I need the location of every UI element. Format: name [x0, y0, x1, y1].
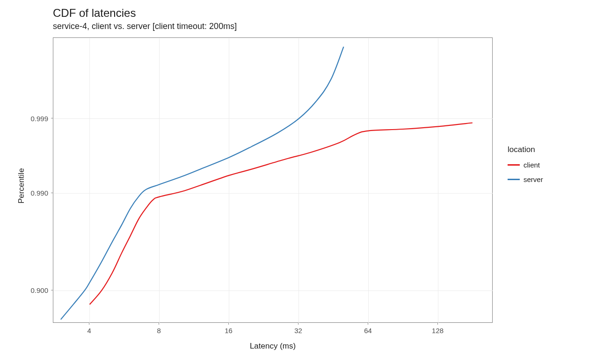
plot-svg [53, 38, 493, 323]
legend-label: server [524, 175, 543, 183]
chart-title: CDF of latencies [53, 7, 237, 20]
x-tick-label: 32 [294, 327, 302, 335]
data-lines [61, 47, 473, 320]
chart-container: CDF of latencies service-4, client vs. s… [0, 0, 589, 364]
legend: location clientserver [508, 145, 543, 190]
y-tick-label: 0.999 [25, 114, 48, 122]
x-tick-label: 4 [87, 327, 91, 335]
legend-item-server: server [508, 175, 543, 183]
legend-swatch-client [508, 164, 520, 166]
legend-items: clientserver [508, 161, 543, 183]
legend-item-client: client [508, 161, 543, 169]
x-axis-title: Latency (ms) [250, 342, 296, 351]
title-block: CDF of latencies service-4, client vs. s… [53, 7, 237, 31]
legend-swatch-server [508, 179, 520, 180]
grid-lines [54, 38, 493, 323]
y-axis-title: Percentile [17, 168, 26, 204]
y-tick-label: 0.990 [25, 189, 48, 197]
x-tick-label: 16 [225, 327, 233, 335]
chart-subtitle: service-4, client vs. server [client tim… [53, 22, 237, 31]
series-line-client [90, 123, 473, 304]
legend-title: location [508, 145, 543, 154]
x-tick-label: 8 [157, 327, 160, 335]
series-line-server [61, 47, 344, 320]
x-tick-label: 64 [364, 327, 372, 335]
x-tick-label: 128 [432, 327, 444, 335]
legend-label: client [524, 161, 540, 169]
y-tick-label: 0.900 [25, 286, 48, 294]
plot-area [53, 37, 493, 323]
